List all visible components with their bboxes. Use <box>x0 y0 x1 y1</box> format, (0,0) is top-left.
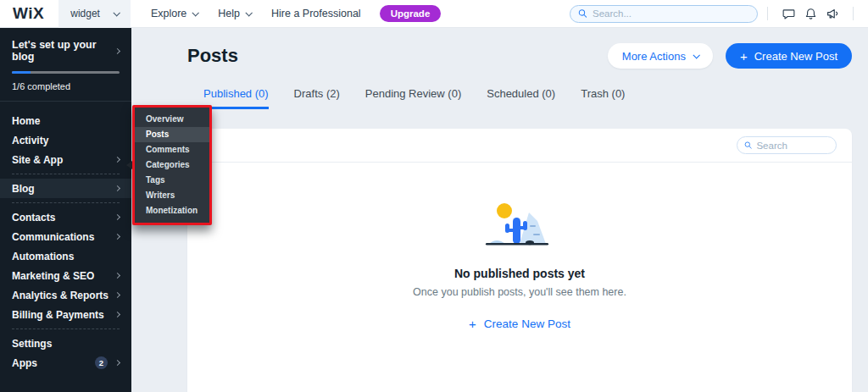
sidebar-item-contacts[interactable]: Contacts <box>0 207 131 227</box>
chevron-right-icon <box>114 48 120 54</box>
hire-professional-label: Hire a Professional <box>271 8 361 19</box>
search-icon <box>744 141 752 150</box>
tab-pending-review[interactable]: Pending Review (0) <box>365 87 461 109</box>
divider <box>12 202 120 203</box>
more-actions-button[interactable]: More Actions <box>608 43 713 69</box>
setup-progress-fill <box>12 71 31 74</box>
hire-professional-link[interactable]: Hire a Professional <box>271 8 361 19</box>
posts-card-toolbar <box>187 129 852 163</box>
create-new-post-button[interactable]: + Create New Post <box>726 43 852 69</box>
sidebar-nav: Home Activity Site & App Blog Contacts C… <box>0 102 131 373</box>
divider <box>12 174 120 174</box>
chevron-down-icon <box>245 9 252 16</box>
chevron-right-icon <box>114 157 120 163</box>
tab-scheduled[interactable]: Scheduled (0) <box>487 87 555 109</box>
plus-icon: + <box>740 50 748 63</box>
tab-trash[interactable]: Trash (0) <box>581 87 625 109</box>
sidebar-item-apps[interactable]: Apps 2 <box>0 353 131 373</box>
wix-logo[interactable]: WiX <box>0 4 58 23</box>
tab-published[interactable]: Published (0) <box>203 87 269 109</box>
submenu-item-posts[interactable]: Posts <box>135 127 209 142</box>
empty-state-subtitle: Once you publish posts, you'll see them … <box>187 286 852 298</box>
divider <box>853 7 854 20</box>
search-input[interactable] <box>593 8 749 19</box>
help-label: Help <box>218 8 240 19</box>
chevron-right-icon <box>114 234 120 240</box>
divider <box>12 329 120 329</box>
main-content: Posts More Actions + Create New Post Pub… <box>131 28 868 392</box>
posts-search-input[interactable] <box>756 141 829 151</box>
announcements-megaphone-icon[interactable] <box>821 3 843 25</box>
divider <box>767 7 768 20</box>
header-actions: More Actions + Create New Post <box>608 43 852 69</box>
chevron-right-icon <box>114 312 120 317</box>
sidebar: Let's set up your blog 1/6 completed Hom… <box>0 28 131 392</box>
apps-count-badge: 2 <box>95 356 108 369</box>
submenu-item-tags[interactable]: Tags <box>135 173 209 188</box>
posts-tabs: Published (0) Drafts (2) Pending Review … <box>203 87 625 109</box>
chevron-right-icon <box>114 185 120 191</box>
sidebar-item-communications[interactable]: Communications <box>0 227 131 246</box>
chevron-right-icon <box>114 214 120 220</box>
chevron-right-icon <box>114 360 120 366</box>
chevron-down-icon <box>192 9 199 16</box>
setup-progress-label: 1/6 completed <box>12 81 120 91</box>
plus-icon: + <box>469 317 476 330</box>
explore-label: Explore <box>151 8 186 19</box>
site-switcher-dropdown[interactable]: widget <box>58 0 131 28</box>
search-icon <box>578 8 587 19</box>
sidebar-item-marketing-seo[interactable]: Marketing & SEO <box>0 266 131 285</box>
sidebar-item-settings[interactable]: Settings <box>0 334 131 353</box>
chevron-down-icon <box>693 52 699 58</box>
tab-drafts[interactable]: Drafts (2) <box>294 87 340 109</box>
setup-title: Let's set up your blog <box>12 39 115 63</box>
sidebar-item-automations[interactable]: Automations <box>0 246 131 266</box>
page-header: Posts More Actions + Create New Post <box>187 43 852 69</box>
global-search[interactable] <box>570 5 758 23</box>
blog-setup-panel[interactable]: Let's set up your blog 1/6 completed <box>0 28 131 102</box>
empty-state-create-post-link[interactable]: + Create New Post <box>469 317 570 330</box>
chevron-right-icon <box>114 292 120 298</box>
chat-icon[interactable] <box>777 3 799 25</box>
submenu-item-comments[interactable]: Comments <box>135 142 209 157</box>
submenu-item-overview[interactable]: Overview <box>135 112 209 127</box>
blog-submenu-annotated: Overview Posts Comments Categories Tags … <box>132 105 212 225</box>
sidebar-item-site-and-app[interactable]: Site & App <box>0 150 131 169</box>
notifications-bell-icon[interactable] <box>799 3 821 25</box>
upgrade-button[interactable]: Upgrade <box>380 5 442 22</box>
submenu-item-categories[interactable]: Categories <box>135 157 209 173</box>
empty-state-title: No published posts yet <box>187 267 852 280</box>
sidebar-item-activity[interactable]: Activity <box>0 130 131 150</box>
submenu-item-monetization[interactable]: Monetization <box>135 203 209 218</box>
submenu-item-writers[interactable]: Writers <box>135 188 209 203</box>
topbar-right-group <box>570 3 868 25</box>
site-switcher-label: widget <box>70 8 100 19</box>
flyout-arrow <box>126 161 132 169</box>
posts-list-card: No published posts yet Once you publish … <box>187 129 852 392</box>
sidebar-item-home[interactable]: Home <box>0 111 131 130</box>
empty-state: No published posts yet Once you publish … <box>187 163 852 332</box>
setup-progress-bar <box>12 71 120 74</box>
help-menu[interactable]: Help <box>218 8 251 19</box>
sidebar-item-analytics-reports[interactable]: Analytics & Reports <box>0 285 131 305</box>
posts-search[interactable] <box>737 136 837 154</box>
sidebar-item-billing-payments[interactable]: Billing & Payments <box>0 305 131 324</box>
sidebar-item-blog[interactable]: Blog <box>0 179 131 198</box>
explore-menu[interactable]: Explore <box>151 8 198 19</box>
page-title: Posts <box>187 45 238 67</box>
empty-state-illustration <box>479 202 560 251</box>
chevron-right-icon <box>114 273 120 279</box>
top-bar: WiX widget Explore Help Hire a Professio… <box>0 0 868 28</box>
chevron-down-icon <box>113 9 120 16</box>
